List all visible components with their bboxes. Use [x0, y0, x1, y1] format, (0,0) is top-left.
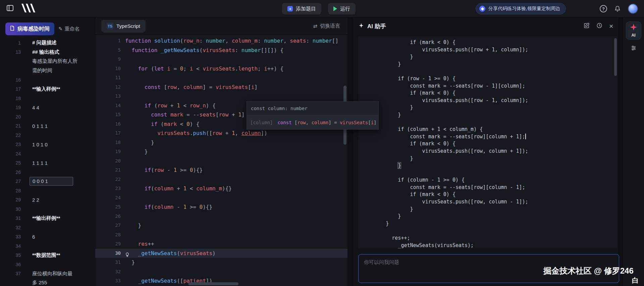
doc-line[interactable]: 210 1 1 1 [0, 122, 95, 131]
doc-line[interactable]: 毒感染屋内所有人所 [0, 57, 95, 66]
doc-line[interactable]: 16 [0, 75, 95, 85]
ai-code[interactable]: if (mark < 0) { virusSeats.push([row + 1… [358, 36, 617, 248]
avatar[interactable] [628, 4, 638, 14]
doc-line-number: 28 [0, 188, 21, 193]
add-problem-button[interactable]: + 添加题目 [282, 3, 321, 14]
new-chat-icon[interactable] [584, 22, 590, 30]
code-text: } [125, 138, 154, 147]
doc-line[interactable]: 32 [0, 223, 95, 232]
doc-line[interactable]: 1# 问题描述 [0, 38, 95, 48]
rename-button[interactable]: ✎ 重命名 [58, 26, 80, 32]
doc-line-number: 32 [0, 225, 21, 230]
doc-line-number: 19 [0, 105, 21, 110]
code-line[interactable]: 5 function _getNewSeats(virusSeats: numb… [95, 46, 347, 55]
doc-line[interactable]: 13## 输出格式 [0, 48, 95, 57]
code-line[interactable]: 10 for (let i = 0; i < virusSeats.length… [95, 64, 347, 74]
doc-line[interactable]: 20 [0, 112, 95, 122]
doc-line-text: 座位横向和纵向最 [32, 271, 72, 277]
doc-line-number: 21 [0, 123, 21, 129]
doc-line[interactable]: 37座位横向和纵向最 [0, 269, 95, 279]
code-line[interactable]: 21 if(row - 1 >= 0){} [95, 165, 347, 175]
doc-line[interactable]: 270 0 0 1 [0, 177, 95, 186]
doc-line[interactable]: 194 4 [0, 103, 95, 112]
line-number: 25 [95, 202, 121, 212]
code-line[interactable]: 22 [95, 175, 347, 184]
code-line[interactable]: 25 if(column - 1 >= 0){} [95, 202, 347, 212]
doc-line-number: 13 [0, 49, 21, 55]
code-line[interactable]: 24 [95, 193, 347, 203]
code-text: const mark = --seats[row + 1] [125, 110, 245, 120]
promo-banner[interactable]: 分享代码练习体验,领限量定制周边 [476, 3, 566, 14]
code-line[interactable]: 26 [95, 212, 347, 221]
line-number: 33 [95, 276, 121, 286]
code-line[interactable]: 28 [95, 230, 347, 240]
run-button[interactable]: 运行 [328, 3, 356, 14]
doc-line[interactable]: 35**数据范围** [0, 251, 95, 260]
help-icon[interactable]: ? [600, 5, 607, 12]
doc-line[interactable]: 26 [0, 168, 95, 177]
ai-assistant-button[interactable]: AI [626, 21, 641, 40]
history-icon[interactable] [596, 22, 602, 30]
doc-line[interactable]: 36 [0, 260, 95, 269]
code-line[interactable]: 9 [95, 55, 347, 64]
ai-code-line: } [362, 162, 617, 170]
editor-code[interactable]: 1function solution(row_n: number, column… [95, 35, 347, 286]
doc-line[interactable]: 251 1 1 1 [0, 158, 95, 168]
line-number: 12 [95, 83, 121, 92]
doc-line[interactable]: 231 0 1 0 [0, 140, 95, 149]
code-line[interactable]: 30 _getNewSeats(virusSeats) [95, 249, 347, 258]
line-number: 10 [95, 64, 121, 74]
doc-line[interactable]: 22 [0, 131, 95, 140]
ai-code-line: if (mark < 0) { [362, 191, 617, 198]
line-number: 5 [95, 46, 121, 55]
code-line[interactable]: 12 const [row, column] = virusSeats[i] [95, 83, 347, 92]
switch-language-button[interactable]: ⇄ 切换语言 [313, 23, 340, 29]
toolbox-icon[interactable] [631, 45, 637, 52]
code-line[interactable]: 27 } [95, 221, 347, 230]
sidebar-toggle-icon[interactable] [7, 5, 13, 12]
doc-line[interactable]: 31**输出样例** [0, 214, 95, 223]
code-line[interactable]: 13 [95, 92, 347, 101]
code-line[interactable]: 1function solution(row_n: number, column… [95, 36, 347, 46]
doc-line[interactable]: 292 2 [0, 195, 95, 205]
doc-line-number: 33 [0, 234, 21, 239]
doc-line[interactable]: 30 [0, 204, 95, 214]
close-icon[interactable]: ✕ [609, 23, 613, 30]
doc-line-text: 多 255 [32, 280, 47, 286]
editor-horizontal-scrollbar[interactable] [188, 282, 238, 285]
code-line[interactable]: 20 [95, 156, 347, 166]
active-problem-tab[interactable]: 病毒感染时间 [5, 22, 54, 35]
code-line[interactable]: 32 [95, 267, 347, 277]
promo-label: 分享代码练习体验,领限量定制周边 [488, 6, 560, 12]
tab-typescript[interactable]: TS TypeScript [101, 20, 146, 33]
doc-line-text: 2 2 [32, 197, 39, 203]
sidebar-doc[interactable]: 1# 问题描述13## 输出格式毒感染屋内所有人所需的时间1617**输入样例*… [0, 38, 95, 286]
ai-code-line: if (column + 1 < column_m) { [362, 126, 617, 133]
tooltip-definition: const [row, column] = virusSeats[i] [277, 120, 376, 125]
doc-line[interactable]: 34 [0, 241, 95, 251]
ai-colorful-sparkle-icon [630, 23, 637, 32]
doc-line[interactable]: 24 [0, 149, 95, 158]
code-line[interactable]: 19 } [95, 147, 347, 156]
code-line[interactable]: 18 } [95, 138, 347, 147]
code-line[interactable]: 31 } [95, 258, 347, 267]
code-line[interactable]: 23 if(column + 1 < column_m){} [95, 184, 347, 193]
code-line[interactable]: 11 [95, 73, 347, 83]
logo-icon[interactable] [21, 4, 36, 14]
ai-scrollbar[interactable] [614, 38, 617, 76]
tooltip-type-info: const column: number [247, 102, 378, 115]
ai-code-line: if (mark < 0) { [362, 90, 617, 97]
ai-panel-title: AI 助手 [367, 22, 386, 30]
line-number: 20 [95, 156, 121, 166]
code-text: function _getNewSeats(virusSeats: number… [125, 46, 283, 55]
doc-line[interactable]: 多 255 [0, 278, 95, 286]
doc-line-text: **输入样例** [32, 86, 60, 92]
doc-line[interactable]: 28 [0, 186, 95, 195]
doc-line[interactable]: 需的时间 [0, 66, 95, 76]
doc-line[interactable]: 17**输入样例** [0, 85, 95, 94]
doc-line[interactable]: 18 [0, 94, 95, 103]
doc-line[interactable]: 336 [0, 232, 95, 242]
notification-bell-icon[interactable] [614, 6, 621, 13]
code-line[interactable]: 17 virusSeats.push([row + 1, column]) [95, 129, 347, 138]
code-line[interactable]: 29 res++ [95, 239, 347, 249]
